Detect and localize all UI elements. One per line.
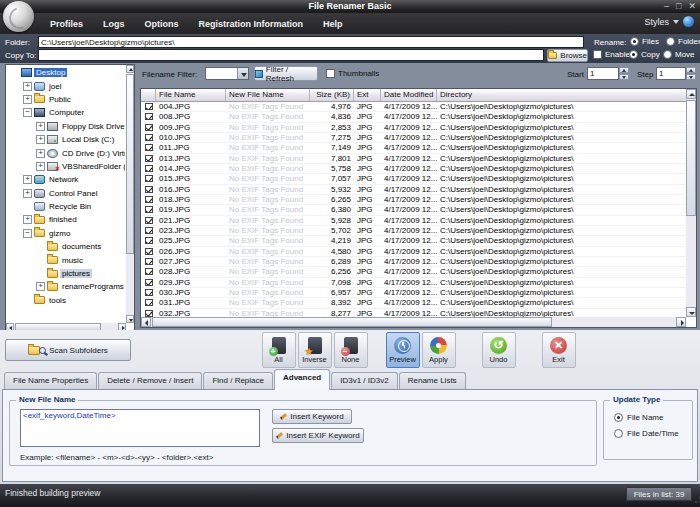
table-row[interactable]: 023.JPGNo EXIF Tags Found5,702JPG4/17/20… [141, 226, 686, 236]
expand-icon[interactable]: + [36, 162, 45, 171]
minimize-icon[interactable]: – [664, 1, 669, 12]
table-row[interactable]: 010.JPGNo EXIF Tags Found7,275JPG4/17/20… [141, 133, 686, 143]
expand-icon[interactable]: + [23, 175, 32, 184]
table-row[interactable]: 016.JPGNo EXIF Tags Found5,932JPG4/17/20… [141, 185, 686, 195]
table-row[interactable]: 027.JPGNo EXIF Tags Found6,289JPG4/17/20… [141, 257, 686, 267]
expand-icon[interactable]: + [23, 189, 32, 198]
menu-item-profiles[interactable]: Profiles [40, 16, 93, 32]
tree-item-control-panel[interactable]: +Control Panel [6, 187, 125, 200]
expand-icon[interactable]: + [36, 122, 45, 131]
table-row[interactable]: 025.JPGNo EXIF Tags Found4,219JPG4/17/20… [141, 236, 686, 246]
tree-item-vbsharedfolder-vboxsvr-z[interactable]: +VBSharedFolder (\\vboxsvr) (Z:) [6, 160, 125, 173]
exit-button[interactable]: ✕ Exit [542, 332, 576, 368]
tree-item-tools[interactable]: tools [6, 294, 125, 307]
expand-icon[interactable]: + [23, 82, 32, 91]
row-checkbox[interactable] [145, 124, 153, 131]
new-file-name-input[interactable]: <exif_keyword,DateTime> [20, 409, 260, 447]
table-row[interactable]: 011.JPGNo EXIF Tags Found7,149JPG4/17/20… [141, 143, 686, 153]
row-checkbox[interactable] [145, 237, 153, 244]
tab-rename-lists[interactable]: Rename Lists [399, 372, 466, 390]
row-checkbox[interactable] [145, 134, 153, 141]
folder-input[interactable] [38, 36, 584, 48]
menu-item-help[interactable]: Help [313, 16, 353, 32]
column-header-file-name[interactable]: File Name [156, 89, 226, 101]
table-row[interactable]: 015.JPGNo EXIF Tags Found7,057JPG4/17/20… [141, 174, 686, 184]
tree-item-renameprograms[interactable]: +renamePrograms [6, 280, 125, 293]
tree-item-local-disk-c[interactable]: +Local Disk (C:) [6, 133, 125, 146]
tree-item-computer[interactable]: −Computer [6, 106, 125, 119]
select-inverse-button[interactable]: ★ Inverse [298, 332, 332, 368]
table-row[interactable]: 004.JPGNo EXIF Tags Found4,976JPG4/17/20… [141, 102, 686, 112]
row-checkbox[interactable] [145, 248, 153, 255]
row-checkbox[interactable] [145, 217, 153, 224]
tree-item-cd-drive-d-virtualbox-guest[interactable]: +CD Drive (D:) VirtualBox Guest [6, 146, 125, 159]
rename-files-radio[interactable]: Files [630, 37, 659, 46]
column-header-size-kb[interactable]: Size (KB) [310, 89, 354, 101]
maximize-icon[interactable]: □ [676, 1, 681, 12]
table-row[interactable]: 019.JPGNo EXIF Tags Found6,380JPG4/17/20… [141, 205, 686, 215]
tree-item-documents[interactable]: documents [6, 240, 125, 253]
copy-radio[interactable]: Copy [629, 50, 660, 59]
tab-delete-remove-insert[interactable]: Delete / Remove / Insert [98, 372, 202, 390]
row-checkbox[interactable] [145, 165, 153, 172]
select-all-button[interactable]: + All [262, 332, 296, 368]
column-header-new-file-name[interactable]: New File Name [226, 89, 310, 101]
close-icon[interactable]: ✕ [688, 1, 696, 12]
resize-grip-icon[interactable] [693, 495, 699, 501]
tree-item-public[interactable]: +Public [6, 93, 125, 106]
tab-id3v1-id3v2[interactable]: ID3v1 / ID3v2 [331, 372, 397, 390]
table-row[interactable]: 032.JPGNo EXIF Tags Found8,277JPG4/17/20… [141, 309, 686, 317]
tab-advanced[interactable]: Advanced [274, 369, 330, 390]
tree-item-network[interactable]: +Network [6, 173, 125, 186]
undo-button[interactable]: ↺ Undo [482, 332, 516, 368]
expand-icon[interactable]: + [36, 282, 45, 291]
row-checkbox[interactable] [145, 186, 153, 193]
apply-button[interactable]: Apply [422, 332, 456, 368]
table-row[interactable]: 014.JPGNo EXIF Tags Found5,758JPG4/17/20… [141, 164, 686, 174]
table-row[interactable]: 009.JPGNo EXIF Tags Found2,853JPG4/17/20… [141, 123, 686, 133]
expand-icon[interactable]: + [36, 149, 45, 158]
row-checkbox[interactable] [145, 299, 153, 306]
table-row[interactable]: 031.JPGNo EXIF Tags Found8,392JPG4/17/20… [141, 298, 686, 308]
step-spinner[interactable] [686, 67, 696, 80]
row-checkbox[interactable] [145, 289, 153, 296]
tree-item-music[interactable]: music [6, 253, 125, 266]
preview-button[interactable]: Preview [386, 332, 420, 368]
rename-folders-radio[interactable]: Folders [666, 37, 700, 46]
tree-vertical-scrollbar[interactable] [126, 65, 134, 323]
tree-item-floppy-disk-drive-a[interactable]: +Floppy Disk Drive (A:) [6, 120, 125, 133]
copyto-input[interactable] [38, 49, 544, 61]
move-radio[interactable]: Move [663, 50, 695, 59]
table-row[interactable]: 013.JPGNo EXIF Tags Found7,801JPG4/17/20… [141, 154, 686, 164]
tab-file-name-properties[interactable]: File Name Properties [4, 372, 97, 390]
row-checkbox[interactable] [145, 175, 153, 182]
row-checkbox[interactable] [145, 206, 153, 213]
update-file-datetime-radio[interactable]: File Date/Time [614, 429, 679, 438]
column-header-ext[interactable]: Ext [354, 89, 381, 101]
collapse-icon[interactable]: − [23, 108, 32, 117]
row-checkbox[interactable] [145, 268, 153, 275]
step-input[interactable] [656, 67, 686, 80]
select-none-button[interactable]: − None [334, 332, 368, 368]
styles-menu[interactable]: Styles [644, 16, 694, 27]
update-file-name-radio[interactable]: File Name [614, 413, 663, 422]
column-header-directory[interactable]: Directory [437, 89, 686, 101]
table-row[interactable]: 008.JPGNo EXIF Tags Found4,836JPG4/17/20… [141, 112, 686, 122]
tree-item-desktop[interactable]: Desktop [6, 66, 125, 79]
tree-item-finished[interactable]: +finished [6, 213, 125, 226]
browse-button[interactable]: Browse [547, 49, 588, 62]
table-row[interactable]: 030.JPGNo EXIF Tags Found6,957JPG4/17/20… [141, 288, 686, 298]
grid-header[interactable]: File NameNew File NameSize (KB)ExtDate M… [141, 89, 686, 102]
table-row[interactable]: 028.JPGNo EXIF Tags Found6,256JPG4/17/20… [141, 267, 686, 277]
expand-icon[interactable]: + [36, 135, 45, 144]
tree-item-recycle-bin[interactable]: Recycle Bin [6, 200, 125, 213]
enable-checkbox[interactable]: Enable [593, 50, 630, 59]
expand-icon[interactable]: + [23, 215, 32, 224]
collapse-icon[interactable]: − [23, 229, 32, 238]
insert-keyword-button[interactable]: Insert Keyword [272, 409, 352, 424]
tree-item-pictures[interactable]: pictures [6, 267, 125, 280]
menu-item-logs[interactable]: Logs [93, 16, 135, 32]
row-checkbox[interactable] [145, 279, 153, 286]
table-row[interactable]: 021.JPGNo EXIF Tags Found5,928JPG4/17/20… [141, 216, 686, 226]
dropdown-arrow-icon[interactable] [237, 68, 248, 79]
